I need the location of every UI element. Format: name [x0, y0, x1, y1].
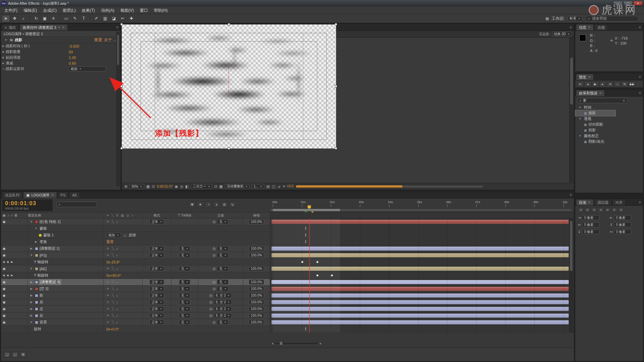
- current-time-display[interactable]: 0:00:01:03 00028 (25.00 fps): [2, 199, 53, 211]
- timeline-tab-1[interactable]: ▣LOGO演绎✕: [23, 192, 57, 198]
- visibility-eye-icon[interactable]: ◉: [3, 314, 6, 317]
- timeline-row[interactable]: ◉▶[调整图层 3]✦╲◐正常▼无▼◎无▼100.0%: [1, 279, 574, 286]
- parent-dropdown[interactable]: 无▼: [217, 280, 228, 285]
- layer-duration-bar[interactable]: [271, 307, 569, 311]
- menu-item-3[interactable]: 图层(L): [60, 7, 79, 14]
- loop-toggle-button[interactable]: ↻: [622, 81, 628, 87]
- timeline-graph-area[interactable]: [270, 312, 572, 319]
- tree-group[interactable]: ▼时间: [575, 105, 643, 110]
- timeline-row[interactable]: ◉▶右✦╲◐正常▼无▼◎6. 空 3▼100.0%: [1, 312, 574, 319]
- layer-switch-icon[interactable]: ✦: [106, 266, 109, 271]
- auto-leading-field[interactable]: ↤0 像素: [610, 229, 640, 234]
- selection-handle[interactable]: [120, 147, 123, 149]
- stretch-value[interactable]: 100.0%: [249, 246, 264, 251]
- twirl-icon[interactable]: ▼: [578, 106, 582, 109]
- timeline-graph-area[interactable]: [270, 306, 572, 312]
- layer-name[interactable]: 前: [40, 293, 43, 298]
- blend-mode-dropdown[interactable]: 正常▼: [150, 293, 164, 298]
- layer-color-swatch[interactable]: [35, 294, 38, 297]
- play-button[interactable]: ▶: [592, 81, 598, 87]
- clone-stamp-tool[interactable]: ▥: [101, 15, 109, 22]
- blend-mode-dropdown[interactable]: 正常▼: [150, 280, 164, 285]
- transparency-grid-icon[interactable]: ▦: [219, 184, 223, 189]
- expand-in-out-icon[interactable]: ⊞: [20, 352, 26, 358]
- selection-handle[interactable]: [120, 23, 123, 25]
- layer-switch-icon[interactable]: ╲: [112, 313, 114, 318]
- layer-switch-icon[interactable]: ◐: [116, 280, 119, 284]
- parent-dropdown[interactable]: 6. 空 3▼: [214, 293, 232, 298]
- twirl-icon[interactable]: ▶: [34, 240, 38, 243]
- blend-mode-dropdown[interactable]: 正常▼: [150, 313, 164, 318]
- parent-pickwhip-icon[interactable]: ◎: [213, 246, 216, 251]
- layer-switch-icon[interactable]: ✦: [106, 253, 109, 257]
- expand-transfer-controls-icon[interactable]: ◱: [12, 352, 18, 358]
- property-value[interactable]: 0x+0.0°: [106, 327, 119, 331]
- column-header-name[interactable]: 图层名称: [28, 213, 41, 218]
- tree-group[interactable]: ▼颜色校正: [575, 133, 643, 139]
- pan-behind-tool[interactable]: ✛: [50, 15, 57, 22]
- layer-switch-icon[interactable]: ╲: [112, 300, 114, 304]
- trkmat-dropdown[interactable]: 无▼: [179, 286, 191, 291]
- tree-item[interactable]: ▦残影: [575, 110, 615, 116]
- panel-menu-icon[interactable]: ≡: [637, 75, 643, 79]
- timeline-graph-area[interactable]: ◆◆: [270, 272, 572, 279]
- stretch-value[interactable]: 100.0%: [249, 320, 264, 325]
- timeline-graph-area[interactable]: I: [270, 239, 572, 245]
- brush-tool[interactable]: ✐: [93, 15, 100, 22]
- visibility-eye-icon[interactable]: ◉: [3, 267, 6, 270]
- parent-dropdown[interactable]: 无▼: [217, 253, 228, 258]
- clear-search-icon[interactable]: ✕: [623, 99, 625, 103]
- stretch-value[interactable]: 100.0%: [249, 280, 264, 285]
- close-tab-icon[interactable]: ✕: [51, 192, 54, 198]
- timeline-graph-area[interactable]: I: [270, 225, 572, 232]
- reset-link[interactable]: 重置: [94, 37, 102, 43]
- parent-dropdown[interactable]: 无▼: [217, 219, 228, 224]
- blend-mode-dropdown[interactable]: 正常▼: [150, 219, 164, 224]
- indent-left-field[interactable]: ⇥0 像素: [578, 215, 608, 220]
- layer-switch-icon[interactable]: ◐: [116, 294, 119, 298]
- layer-switch-icon[interactable]: ◐: [116, 307, 119, 311]
- layer-duration-bar[interactable]: [271, 220, 569, 224]
- expand-panel-icon[interactable]: ⊞: [124, 184, 127, 189]
- menu-item-5[interactable]: 动画(A): [98, 7, 117, 14]
- keyframe-icon[interactable]: ◆: [331, 274, 333, 277]
- first-frame-button[interactable]: ⇤: [577, 81, 584, 87]
- layer-color-swatch[interactable]: [39, 234, 42, 237]
- close-tab-icon[interactable]: ✕: [62, 24, 65, 31]
- layer-switch-icon[interactable]: ◐: [116, 314, 119, 318]
- keyframe-navigator[interactable]: ◀ ◆ ▶: [3, 260, 14, 263]
- twirl-icon[interactable]: ▼: [29, 254, 34, 257]
- align-left-button[interactable]: ≡: [578, 207, 584, 212]
- layer-duration-bar[interactable]: [271, 266, 569, 271]
- timeline-row[interactable]: ◉▼[PS]✦╲◐正常▼无▼◎无▼100.0%: [1, 252, 574, 259]
- layer-color-swatch[interactable]: [35, 307, 38, 311]
- layer-switch-icon[interactable]: ✦: [106, 300, 109, 304]
- panel-menu-icon[interactable]: ≡: [637, 200, 643, 204]
- fx-badge-icon[interactable]: fx: [10, 39, 13, 42]
- layer-switch-icon[interactable]: ◐: [116, 247, 119, 251]
- layer-switch-icon[interactable]: ✦: [106, 287, 109, 291]
- layer-switch-icon[interactable]: ╲: [112, 253, 114, 257]
- twirl-icon[interactable]: ▼: [4, 39, 8, 42]
- composition-canvas[interactable]: [122, 24, 336, 148]
- stretch-value[interactable]: 100.0%: [249, 286, 264, 291]
- layer-color-swatch[interactable]: [35, 267, 38, 270]
- column-header-mode[interactable]: 模式: [154, 213, 160, 218]
- layer-name[interactable]: [PS]: [40, 253, 47, 257]
- twirl-icon[interactable]: ▶: [29, 281, 34, 284]
- keyframe-icon[interactable]: ◆: [301, 260, 304, 263]
- menu-item-6[interactable]: 视图(V): [117, 7, 137, 14]
- blend-mode-dropdown[interactable]: 正常▼: [150, 320, 164, 325]
- layer-switch-icon[interactable]: ◐: [116, 220, 119, 224]
- expand-layer-switches-icon[interactable]: ◲: [4, 352, 10, 358]
- tab-preview[interactable]: 预览✕: [576, 74, 594, 80]
- layer-color-swatch[interactable]: [35, 281, 38, 284]
- align-right-button[interactable]: ≡: [591, 207, 597, 212]
- layer-name[interactable]: [调整图层 1]: [40, 246, 59, 251]
- parent-pickwhip-icon[interactable]: ◎: [209, 293, 213, 298]
- timeline-graph-area[interactable]: [270, 265, 572, 272]
- twirl-icon[interactable]: ▶: [1, 45, 6, 48]
- visibility-eye-icon[interactable]: ◉: [3, 294, 6, 297]
- trkmat-dropdown[interactable]: 无▼: [179, 313, 191, 318]
- layer-name[interactable]: 后: [40, 300, 43, 305]
